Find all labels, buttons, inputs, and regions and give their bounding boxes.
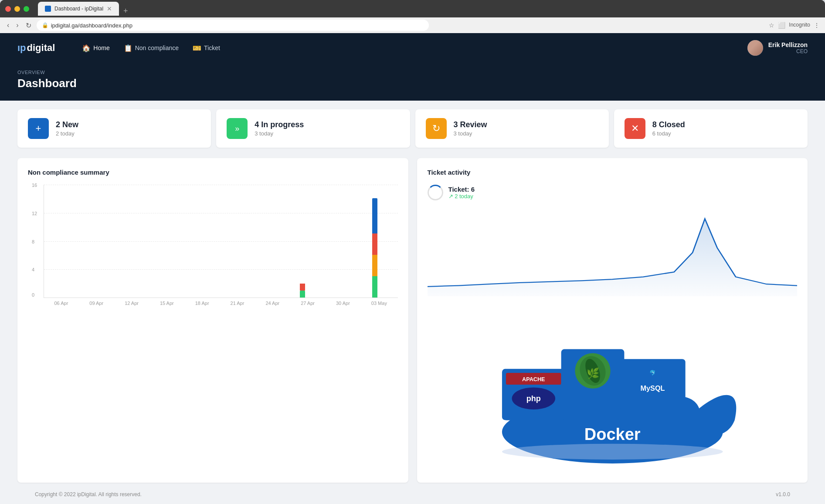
ticket-line-chart bbox=[428, 209, 798, 296]
x-label-12apr: 12 Apr bbox=[125, 301, 139, 306]
y-label-16: 16 bbox=[32, 183, 37, 188]
nav-home-label: Home bbox=[93, 44, 109, 51]
browser-actions: ☆ ⬜ Incognito ⋮ bbox=[769, 22, 820, 29]
tab-title: Dashboard - ipDigital bbox=[54, 6, 103, 12]
stat-card-closed: ✕ 8 Closed 6 today bbox=[614, 109, 808, 148]
ticket-today: ↗ 2 today bbox=[448, 193, 475, 200]
x-label-24apr: 24 Apr bbox=[265, 301, 279, 306]
ticket-activity-title: Ticket activity bbox=[428, 169, 798, 176]
stat-card-new: + 2 New 2 today bbox=[17, 109, 211, 148]
new-icon: + bbox=[28, 118, 49, 139]
menu-icon[interactable]: ⋮ bbox=[814, 22, 820, 29]
maximize-button[interactable] bbox=[24, 6, 29, 12]
svg-text:🐬: 🐬 bbox=[649, 370, 656, 376]
bookmark-icon[interactable]: ☆ bbox=[769, 22, 774, 29]
user-info: Erik Pellizzon CEO bbox=[768, 41, 808, 54]
arrow-up-icon: ↗ bbox=[448, 193, 453, 200]
stat-text-review: 3 Review 3 today bbox=[454, 120, 487, 137]
reload-button[interactable]: ↻ bbox=[24, 21, 33, 30]
page-header: OVERVIEW Dashboard bbox=[0, 63, 825, 101]
stat-text-inprogress: 4 In progress 3 today bbox=[255, 120, 304, 137]
inprogress-icon: » bbox=[227, 118, 248, 139]
stat-card-review: ↻ 3 Review 3 today bbox=[415, 109, 609, 148]
active-tab[interactable]: Dashboard - ipDigital ✕ bbox=[38, 2, 119, 16]
x-label-18apr: 18 Apr bbox=[195, 301, 209, 306]
nav-ticket-label: Ticket bbox=[204, 44, 220, 51]
bars-container bbox=[44, 185, 398, 298]
ticket-count: Ticket: 6 bbox=[448, 186, 475, 193]
stat-text-closed: 8 Closed 6 today bbox=[652, 120, 685, 137]
x-label-15apr: 15 Apr bbox=[160, 301, 174, 306]
x-label-30apr: 30 Apr bbox=[336, 301, 350, 306]
bar-27apr bbox=[300, 284, 305, 298]
docker-illustration: APACHE php 🌿 bbox=[428, 289, 798, 472]
review-icon: ↻ bbox=[426, 118, 447, 139]
x-labels: 06 Apr 09 Apr 12 Apr 15 Apr 18 Apr 21 Ap… bbox=[44, 298, 398, 306]
y-label-0: 0 bbox=[32, 292, 34, 298]
svg-text:php: php bbox=[526, 394, 540, 403]
tab-bar: Dashboard - ipDigital ✕ + bbox=[38, 2, 132, 16]
non-compliance-title: Non compliance summary bbox=[28, 169, 398, 176]
ticket-info: Ticket: 6 ↗ 2 today bbox=[448, 186, 475, 200]
forward-button[interactable]: › bbox=[14, 21, 20, 29]
avatar-image bbox=[747, 40, 763, 56]
tab-favicon bbox=[45, 6, 51, 12]
compliance-icon: 📋 bbox=[124, 44, 132, 52]
x-label-21apr: 21 Apr bbox=[231, 301, 244, 306]
url-bar[interactable]: 🔒 ipdigital.ga/dashboard/index.php bbox=[37, 20, 429, 31]
nav-compliance-label: Non compliance bbox=[135, 44, 179, 51]
navbar-right: Erik Pellizzon CEO bbox=[747, 40, 808, 56]
nav-home[interactable]: 🏠 Home bbox=[76, 41, 115, 56]
stat-text-new: 2 New 2 today bbox=[56, 120, 78, 137]
svg-text:MySQL: MySQL bbox=[640, 384, 665, 392]
ticket-spinner-icon bbox=[428, 185, 443, 200]
bar-chart-area: 16 12 8 4 0 bbox=[44, 185, 398, 298]
non-compliance-chart-card: Non compliance summary 16 12 bbox=[17, 158, 408, 483]
footer: Copyright © 2022 ipDigital. All rights r… bbox=[17, 483, 808, 504]
stat-new-main: 2 New bbox=[56, 120, 78, 129]
ticket-activity-card: Ticket activity Ticket: 6 ↗ 2 today bbox=[417, 158, 808, 483]
close-button[interactable] bbox=[5, 6, 11, 12]
svg-point-1 bbox=[502, 444, 723, 460]
bar-03may bbox=[372, 198, 377, 298]
stat-inprogress-sub: 3 today bbox=[255, 130, 304, 137]
footer-version: v1.0.0 bbox=[776, 491, 790, 497]
avatar bbox=[747, 40, 763, 56]
y-label-12: 12 bbox=[32, 211, 37, 216]
stat-inprogress-main: 4 In progress bbox=[255, 120, 304, 129]
user-name: Erik Pellizzon bbox=[768, 41, 808, 48]
stat-closed-sub: 6 today bbox=[652, 130, 685, 137]
y-label-4: 4 bbox=[32, 267, 34, 272]
closed-icon: ✕ bbox=[625, 118, 645, 139]
sidebar-icon[interactable]: ⬜ bbox=[778, 22, 785, 29]
back-button[interactable]: ‹ bbox=[5, 21, 11, 29]
url-text: ipdigital.ga/dashboard/index.php bbox=[51, 22, 132, 29]
nav-links: 🏠 Home 📋 Non compliance 🎫 Ticket bbox=[76, 41, 747, 56]
ticket-icon: 🎫 bbox=[193, 44, 201, 52]
breadcrumb: OVERVIEW bbox=[17, 70, 808, 75]
minimize-button[interactable] bbox=[14, 6, 20, 12]
page-title: Dashboard bbox=[17, 77, 808, 90]
y-label-8: 8 bbox=[32, 239, 34, 244]
browser-titlebar: Dashboard - ipDigital ✕ + bbox=[0, 0, 825, 17]
user-role: CEO bbox=[768, 48, 808, 54]
x-label-06apr: 06 Apr bbox=[54, 301, 68, 306]
new-tab-button[interactable]: + bbox=[120, 7, 132, 16]
charts-row: Non compliance summary 16 12 bbox=[17, 158, 808, 483]
brand-prefix: ıp bbox=[17, 42, 26, 54]
home-icon: 🏠 bbox=[82, 44, 91, 52]
nav-ticket[interactable]: 🎫 Ticket bbox=[187, 41, 226, 56]
svg-text:🌿: 🌿 bbox=[586, 367, 599, 379]
app-container: ıpdigital 🏠 Home 📋 Non compliance 🎫 Tick… bbox=[0, 33, 825, 504]
footer-copyright: Copyright © 2022 ipDigital. All rights r… bbox=[35, 491, 142, 497]
svg-text:Docker: Docker bbox=[584, 425, 640, 443]
x-label-09apr: 09 Apr bbox=[89, 301, 103, 306]
nav-non-compliance[interactable]: 📋 Non compliance bbox=[118, 41, 185, 56]
tab-close-icon[interactable]: ✕ bbox=[107, 5, 112, 12]
stat-closed-main: 8 Closed bbox=[652, 120, 685, 129]
browser-urlbar: ‹ › ↻ 🔒 ipdigital.ga/dashboard/index.php… bbox=[0, 17, 825, 33]
docker-svg: APACHE php 🌿 bbox=[428, 298, 798, 463]
stat-card-inprogress: » 4 In progress 3 today bbox=[216, 109, 410, 148]
lock-icon: 🔒 bbox=[42, 22, 48, 28]
brand-suffix: digital bbox=[27, 42, 55, 54]
